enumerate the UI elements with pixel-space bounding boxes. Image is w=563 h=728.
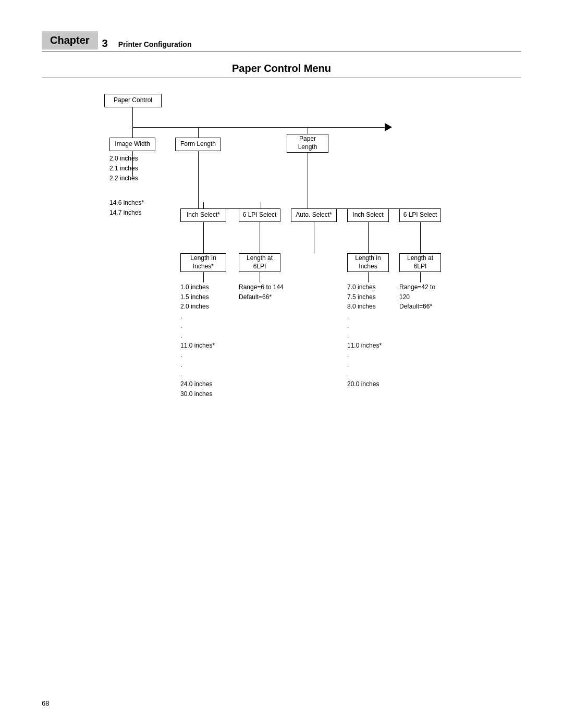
length-at-6lpi-values: Range=6 to 144 Default=66*: [239, 282, 284, 302]
line-inch1-down: [203, 222, 204, 253]
chapter-divider: [42, 52, 521, 52]
line-arrow-horiz: [339, 127, 386, 128]
page-title: Paper Control Menu: [42, 63, 521, 75]
line-pl-horiz: [308, 208, 441, 209]
line-to-lpi-select1: [261, 202, 261, 208]
image-width-values: 2.0 inches 2.1 inches 2.2 inches: [109, 154, 138, 184]
paper-length-box: Paper Length: [287, 134, 328, 153]
image-width-values2: 14.6 inches* 14.7 inches: [109, 198, 144, 218]
diagram: Paper Control Image Width Form Length Pa…: [57, 94, 506, 469]
paper-control-box: Paper Control: [104, 94, 162, 107]
image-width-box: Image Width: [109, 138, 155, 151]
length-in-inches-2-box: Length in Inches: [347, 253, 389, 272]
length-at-6lpi-values2: Range=42 to 120 Default=66*: [399, 282, 435, 312]
line-pc-down: [132, 107, 133, 127]
length-in-inches-values2: 7.0 inches 7.5 inches 8.0 inches . . . 1…: [347, 282, 382, 389]
length-in-inches-values: 1.0 inches 1.5 inches 2.0 inches . . . 1…: [180, 282, 215, 399]
line-pl-down: [308, 153, 308, 208]
form-length-box: Form Length: [175, 138, 221, 151]
chapter-title: Printer Configuration: [118, 40, 521, 50]
lpi-select-1-box: 6 LPI Select: [239, 208, 280, 222]
title-divider: [42, 78, 521, 78]
inch-select-2-box: Inch Select: [347, 208, 389, 222]
length-at-6lpi-2-box: Length at 6LPI: [399, 253, 441, 272]
line-to-image-width: [132, 127, 133, 138]
line-to-inch-select1: [203, 202, 204, 208]
length-in-inches-1-box: Length in Inches*: [180, 253, 226, 272]
lpi-select-2-box: 6 LPI Select: [399, 208, 441, 222]
line-inch2-down: [368, 222, 369, 253]
line-la1-down: [260, 272, 260, 282]
inch-select-1-box: Inch Select*: [180, 208, 226, 222]
length-at-6lpi-1-box: Length at 6LPI: [239, 253, 280, 272]
page-number: 68: [42, 699, 49, 707]
auto-select-box: Auto. Select*: [291, 208, 337, 222]
line-la2-down: [420, 272, 421, 282]
line-auto-down: [314, 222, 314, 253]
line-li2-down: [368, 272, 369, 282]
line-lpi2-down: [420, 222, 421, 253]
chapter-number: 3: [102, 38, 108, 50]
chapter-label: Chapter: [42, 31, 98, 50]
line-li1-down: [203, 272, 204, 282]
line-fl-down: [198, 151, 199, 208]
arrow-right: [385, 123, 392, 131]
line-to-form-length: [198, 127, 199, 138]
line-lpi1-down: [260, 222, 260, 253]
